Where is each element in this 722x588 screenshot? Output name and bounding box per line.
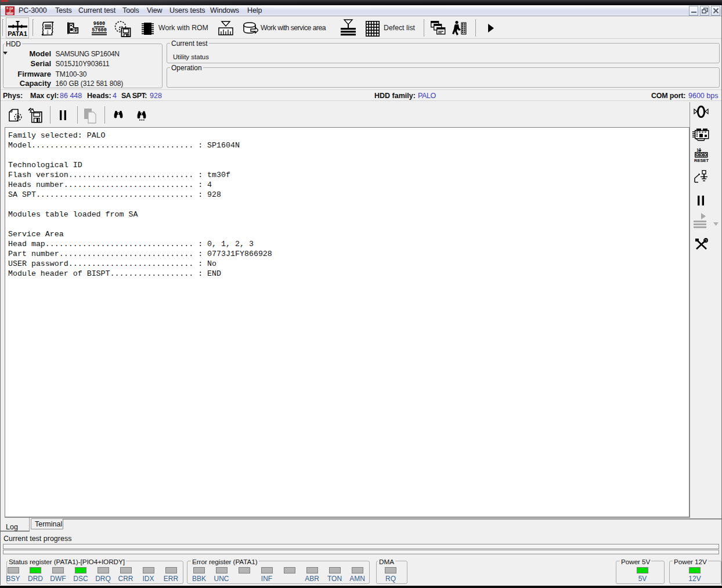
svg-text:RESET: RESET — [694, 158, 709, 163]
